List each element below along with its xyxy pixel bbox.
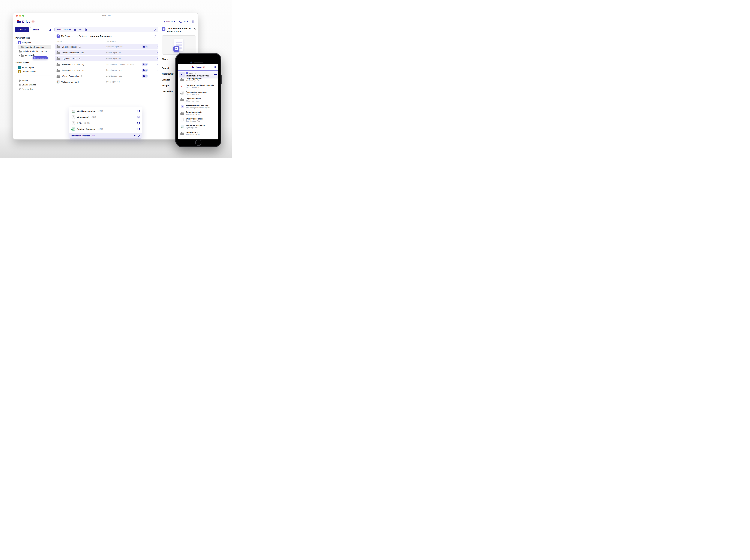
column-name: Name <box>57 40 106 43</box>
file-type-icon <box>72 109 75 113</box>
transfer-status-icon[interactable] <box>137 109 140 113</box>
phone-file-item[interactable]: Legal resources 9 hours ago • You <box>178 96 218 103</box>
file-type-icon <box>57 45 60 48</box>
delete-button[interactable] <box>85 28 87 31</box>
transfer-file-size: 10 MB <box>98 128 103 130</box>
create-label: Create <box>20 28 26 31</box>
phone-volume-up-button <box>175 77 175 83</box>
breadcrumb-separator: › <box>77 35 78 38</box>
shared-spaces-heading: Shared Spaces <box>16 61 51 64</box>
row-more-button[interactable] <box>152 82 156 82</box>
move-button[interactable] <box>79 28 82 31</box>
transfer-status-icon[interactable] <box>137 116 140 118</box>
sidebar-folder-item[interactable]: Administrative Documents <box>18 49 51 53</box>
phone-volume-down-button <box>175 85 175 92</box>
row-more-button[interactable] <box>152 70 156 71</box>
file-row[interactable]: Wallpaper Edouard 1 year ago • You <box>55 79 158 84</box>
close-panel-button[interactable] <box>194 27 196 30</box>
close-transfers-button[interactable] <box>138 135 140 137</box>
phone-file-meta: 1 year ago • You <box>186 127 205 128</box>
transfer-file-name: A file <box>77 122 82 124</box>
shared-space-label: Communication <box>22 71 36 73</box>
app-grid-icon[interactable] <box>192 20 195 23</box>
phone-file-name: Legal resources <box>186 98 201 100</box>
file-row[interactable]: Weekly Accounting 5 months ago • You 3 <box>55 73 158 79</box>
phone-file-item[interactable]: Presentation of new logo 3 months ago • … <box>178 103 218 110</box>
file-modified: 5 months ago • You <box>106 75 142 77</box>
phone-file-name: Edouard's wallpaper <box>186 124 205 127</box>
phone-file-item[interactable]: Weekly accounting 5 months ago • You <box>178 117 218 123</box>
brand-name: Drive <box>195 66 202 68</box>
file-row[interactable]: Legal Resources 9 hours ago • You <box>55 56 158 61</box>
shared-count-badge[interactable]: 3 <box>142 63 147 66</box>
collapse-transfers-button[interactable] <box>134 135 136 136</box>
language-menu[interactable]: EN <box>179 20 188 23</box>
row-more-button[interactable] <box>152 76 156 76</box>
row-more-button[interactable] <box>152 58 156 59</box>
table-header: Name Last Modified <box>55 40 158 43</box>
phone-file-item[interactable]: Edouard's wallpaper 1 year ago • You <box>178 123 218 130</box>
phone-file-name: Revision of R5 <box>186 131 200 134</box>
sidebar-utility-item[interactable]: Recycle Bin <box>18 87 51 91</box>
search-button[interactable] <box>48 28 51 31</box>
row-more-button[interactable] <box>152 46 156 47</box>
breadcrumb-segment[interactable]: Projects <box>79 35 86 37</box>
breadcrumb-segment[interactable]: My Space <box>61 35 71 37</box>
file-row[interactable]: Presentation of New Logo 3 months ago • … <box>55 62 158 67</box>
search-button[interactable] <box>214 66 216 68</box>
breadcrumb-current: Important Documents <box>90 35 112 37</box>
transfer-status-icon[interactable] <box>137 122 140 124</box>
menu-button[interactable] <box>180 66 183 68</box>
drag-tooltip: 3 items selected <box>33 56 48 59</box>
phone-file-item[interactable]: Respectable document 7 hours ago • You <box>178 89 218 96</box>
shared-count-badge[interactable]: 3 <box>142 45 147 48</box>
sidebar-shared-space-item[interactable]: Communication <box>15 69 51 74</box>
file-type-icon <box>72 121 75 125</box>
phone-file-item[interactable]: Sounds of prehistoric animals 7 hours ag… <box>178 83 218 89</box>
breadcrumb-segment[interactable]: ... <box>74 35 76 37</box>
sidebar-item-my-space[interactable]: My Space <box>15 41 51 45</box>
transfer-file-size: 12 GB <box>91 116 96 118</box>
transfer-progress-percent: 15% <box>91 135 95 137</box>
info-button[interactable] <box>154 35 156 38</box>
phone-file-item[interactable]: Revision of R5 4 months ago • You <box>178 130 218 137</box>
phone-file-meta: 5 months ago • You <box>186 120 203 122</box>
transfer-item: Random Document 10 MB <box>70 126 141 132</box>
file-name: Archives of Recent Years <box>62 52 84 54</box>
search-icon <box>214 66 216 68</box>
phone-home-button[interactable] <box>195 140 201 146</box>
chevron-right-icon <box>18 46 20 48</box>
shared-count-badge[interactable]: 3 <box>142 75 147 78</box>
breadcrumb-more-button[interactable] <box>114 36 116 36</box>
my-account-menu[interactable]: My account <box>163 21 175 23</box>
sidebar-folder-label: Archives <box>25 54 33 57</box>
folder-icon <box>19 50 22 53</box>
row-more-button[interactable] <box>152 64 156 65</box>
sidebar-utility-item[interactable]: Recent <box>18 79 51 83</box>
utility-label: Recent <box>22 79 28 82</box>
people-icon <box>143 75 145 77</box>
utility-icon <box>18 83 21 86</box>
back-button[interactable] <box>179 72 185 77</box>
download-button[interactable] <box>74 28 76 31</box>
sidebar-folder-item[interactable]: Important Documents <box>18 45 51 49</box>
sidebar-utility-item[interactable]: Shared with Me <box>18 83 51 87</box>
phone-file-item[interactable]: Ongoing projects 4 months ago • You <box>178 110 218 117</box>
folder-more-button[interactable] <box>214 74 217 75</box>
sidebar-shared-space-item[interactable]: Project Alpha <box>15 65 51 69</box>
row-more-button[interactable] <box>152 52 156 53</box>
file-row[interactable]: Presentation of New Logo 4 months ago • … <box>55 67 158 73</box>
ellipsis-icon <box>156 58 156 59</box>
my-space-label: My Space <box>22 42 31 44</box>
file-row[interactable]: Archives of Recent Years 7 hours ago • Y… <box>55 50 158 55</box>
phone-file-meta: 7 hours ago • You <box>186 93 207 95</box>
transfer-file-size: 1.3 GB <box>84 122 90 124</box>
create-button[interactable]: + Create <box>15 27 29 32</box>
file-row[interactable]: Ongoing Projects 3 minutes ago • You 3 <box>55 44 158 49</box>
sidebar: + Create Import Personal Space <box>13 25 53 139</box>
globe-icon <box>80 75 82 77</box>
clear-selection-button[interactable] <box>154 28 156 31</box>
import-button[interactable]: Import <box>30 27 41 32</box>
transfer-status-icon[interactable] <box>137 127 140 131</box>
shared-count-badge[interactable]: 3 <box>142 69 147 72</box>
